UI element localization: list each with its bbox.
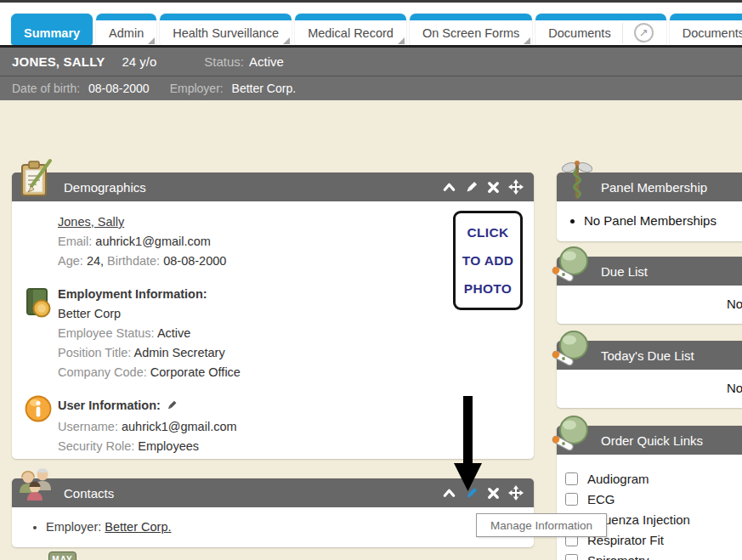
move-drag-icon[interactable] xyxy=(508,485,524,501)
due-list-clipped-text: No xyxy=(727,297,742,311)
todays-due-list-body: No xyxy=(557,370,742,408)
calendar-month-icon: MAY xyxy=(48,552,76,560)
caduceus-icon xyxy=(562,158,592,206)
tab-dropdown-fold-icon xyxy=(398,37,405,44)
clipboard-pencil-icon xyxy=(15,158,54,204)
age-label: Age: xyxy=(58,254,83,268)
dob-value: 08-08-2000 xyxy=(88,82,150,95)
order-quick-links-body: Audiogram ECG Influenza Injection Respir… xyxy=(557,455,742,560)
info-icon xyxy=(24,394,53,426)
order-quick-links-title: Order Quick Links xyxy=(601,433,703,448)
tab-admin[interactable]: Admin xyxy=(96,14,156,45)
patient-name: JONES, SALLY xyxy=(12,54,105,69)
due-list-panel: Due List No xyxy=(557,257,742,324)
manage-information-tooltip: Manage Information xyxy=(476,513,607,537)
tooltip-text: Manage Information xyxy=(490,519,592,532)
position-title-value: Admin Secretary xyxy=(133,346,224,359)
tab-summary-label: Summary xyxy=(24,26,80,40)
user-info-edit-pencil-icon[interactable] xyxy=(166,398,178,417)
due-list-title: Due List xyxy=(601,264,648,279)
tab-documents-dv[interactable]: Documents-DV ↗ xyxy=(670,14,742,45)
order-row-spirometry: Spirometry xyxy=(565,550,742,560)
photo-line-2: TO ADD xyxy=(456,246,520,274)
email-label: Email: xyxy=(58,235,92,248)
status-label: Status: xyxy=(204,54,244,69)
due-list-body: No xyxy=(557,286,742,324)
contacts-title: Contacts xyxy=(64,486,114,501)
tab-dropdown-fold-icon xyxy=(148,37,155,44)
tab-dropdown-fold-icon xyxy=(283,37,290,44)
order-row-ecg: ECG xyxy=(565,489,742,509)
todays-due-list-title: Today's Due List xyxy=(601,348,694,363)
patient-summary-bar: JONES, SALLY 24 y/o Status: Active xyxy=(0,48,742,76)
order-label-ecg: ECG xyxy=(587,492,615,506)
tab-health-surveillance-label: Health Surveillance xyxy=(173,26,279,40)
employer-value: Better Corp. xyxy=(232,82,296,95)
username-value: auhrick1@gmail.com xyxy=(122,420,237,433)
tab-health-surveillance[interactable]: Health Surveillance xyxy=(160,14,292,45)
company-code-value: Corporate Office xyxy=(150,365,241,379)
app-window: Summary Admin Health Surveillance Medica… xyxy=(0,0,742,560)
position-title-label: Position Title: xyxy=(58,346,131,359)
orb-thermometer-icon xyxy=(550,413,592,457)
contact-employer-item: Employer: Better Corp. xyxy=(46,518,534,536)
photo-line-1: CLICK xyxy=(456,218,520,246)
family-people-icon xyxy=(16,465,55,507)
todays-due-list-panel: Today's Due List No xyxy=(557,341,742,408)
contact-employer-label: Employer: xyxy=(46,520,101,534)
checkbox-audiogram[interactable] xyxy=(565,472,578,485)
status-value: Active xyxy=(249,54,284,69)
panel-membership-title: Panel Membership xyxy=(601,180,707,195)
todays-due-list-clipped-text: No xyxy=(727,381,742,395)
order-label-spirometry: Spirometry xyxy=(587,553,649,560)
username-label: Username: xyxy=(58,420,118,433)
employee-status-value: Active xyxy=(157,326,191,340)
tab-medical-record-label: Medical Record xyxy=(308,26,394,40)
no-panel-memberships-item: No Panel Memberships xyxy=(584,212,742,230)
photo-line-3: PHOTO xyxy=(456,274,520,303)
add-photo-placeholder[interactable]: CLICK TO ADD PHOTO xyxy=(453,211,523,310)
orb-thermometer-icon xyxy=(550,328,592,372)
patient-info-bar: Date of birth: 08-08-2000 Employer: Bett… xyxy=(0,76,742,100)
panel-membership-body: No Panel Memberships xyxy=(557,201,742,241)
demographics-header[interactable]: Demographics xyxy=(12,173,534,201)
tab-medical-record[interactable]: Medical Record xyxy=(295,14,406,45)
tab-on-screen-forms-label: On Screen Forms xyxy=(422,26,519,40)
age-value: 24, xyxy=(87,254,104,268)
edit-pencil-icon[interactable] xyxy=(464,180,479,195)
birthdate-value: 08-08-2000 xyxy=(163,254,226,268)
birthdate-label: Birthdate: xyxy=(107,254,160,268)
order-quick-links-panel: Order Quick Links Audiogram ECG Influenz… xyxy=(557,426,742,560)
employer-label: Employer: xyxy=(170,82,224,95)
demographics-title: Demographics xyxy=(64,180,146,195)
close-x-icon[interactable] xyxy=(486,180,501,195)
tab-bar: Summary Admin Health Surveillance Medica… xyxy=(0,3,742,48)
order-row-audiogram: Audiogram xyxy=(565,468,742,489)
security-role-label: Security Role: xyxy=(58,439,134,453)
tab-on-screen-forms[interactable]: On Screen Forms xyxy=(410,14,532,45)
checkbox-ecg[interactable] xyxy=(565,493,578,506)
company-code-label: Company Code: xyxy=(58,365,147,379)
tab-summary[interactable]: Summary xyxy=(11,14,93,45)
employee-status-label: Employee Status: xyxy=(58,326,155,340)
email-value: auhrick1@gmail.com xyxy=(95,235,211,248)
external-link-icon[interactable]: ↗ xyxy=(634,23,654,42)
tab-documents[interactable]: Documents ↗ xyxy=(535,14,666,45)
tab-documents-label: Documents xyxy=(548,26,610,40)
user-info-heading: User Information: xyxy=(58,399,161,412)
dob-label: Date of birth: xyxy=(12,82,80,95)
move-drag-icon[interactable] xyxy=(508,179,524,195)
panel-membership-panel: Panel Membership No Panel Memberships xyxy=(557,173,742,241)
contact-employer-link[interactable]: Better Corp. xyxy=(105,520,171,534)
pointer-arrow-annotation xyxy=(453,396,484,496)
checkbox-spirometry[interactable] xyxy=(565,554,578,560)
security-role-value: Employees xyxy=(138,439,199,453)
tab-admin-label: Admin xyxy=(109,26,144,40)
close-x-icon[interactable] xyxy=(486,486,501,501)
order-label-audiogram: Audiogram xyxy=(587,472,649,486)
patient-name-link[interactable]: Jones, Sally xyxy=(58,215,124,229)
collapse-chevron-icon[interactable] xyxy=(442,180,456,195)
contacts-body: Employer: Better Corp. xyxy=(12,507,534,547)
employment-book-coin-icon xyxy=(22,286,53,323)
tab-dropdown-fold-icon xyxy=(524,37,530,44)
